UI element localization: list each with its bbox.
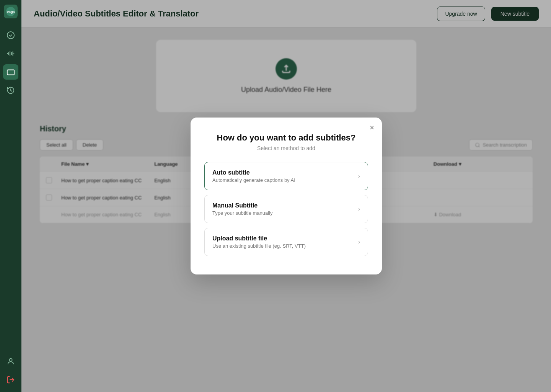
user-icon[interactable]: [3, 354, 18, 369]
app-logo[interactable]: Vaga: [4, 5, 18, 18]
chevron-right-icon: ›: [358, 238, 360, 245]
chevron-right-icon: ›: [358, 206, 360, 212]
cc-icon[interactable]: [3, 64, 18, 80]
manual-subtitle-title: Manual Subtitle: [212, 202, 273, 209]
sidebar-bottom: [3, 354, 18, 387]
sidebar: Vaga: [0, 0, 21, 392]
auto-subtitle-desc: Automatically generate captions by AI: [212, 177, 295, 183]
upload-subtitle-text: Upload subtitle file Use an existing sub…: [212, 235, 306, 249]
modal-overlay: × How do you want to add subtitles? Sele…: [21, 0, 551, 392]
upload-subtitle-option[interactable]: Upload subtitle file Use an existing sub…: [204, 228, 368, 256]
svg-rect-3: [7, 70, 14, 75]
auto-subtitle-text: Auto subtitle Automatically generate cap…: [212, 169, 295, 183]
svg-point-4: [9, 359, 12, 361]
history-icon[interactable]: [3, 83, 18, 98]
manual-subtitle-desc: Type your subtitle manually: [212, 210, 273, 216]
svg-text:Vaga: Vaga: [7, 10, 15, 14]
auto-subtitle-option[interactable]: Auto subtitle Automatically generate cap…: [204, 162, 368, 190]
auto-subtitle-title: Auto subtitle: [212, 169, 295, 176]
svg-point-2: [7, 32, 14, 39]
modal-title: How do you want to add subtitles?: [204, 133, 368, 143]
logout-icon[interactable]: [3, 372, 18, 387]
main-area: Audio/Video Subtitles Editor & Translato…: [21, 0, 551, 392]
subtitle-method-modal: × How do you want to add subtitles? Sele…: [191, 118, 382, 274]
modal-close-button[interactable]: ×: [370, 124, 374, 131]
chevron-right-icon: ›: [358, 173, 360, 180]
edit-icon[interactable]: [3, 28, 18, 43]
manual-subtitle-text: Manual Subtitle Type your subtitle manua…: [212, 202, 273, 216]
modal-subtitle-text: Select an method to add: [204, 145, 368, 151]
upload-subtitle-title: Upload subtitle file: [212, 235, 306, 242]
waveform-icon[interactable]: [3, 46, 18, 61]
manual-subtitle-option[interactable]: Manual Subtitle Type your subtitle manua…: [204, 195, 368, 223]
upload-subtitle-desc: Use an existing subtitle file (eg. SRT, …: [212, 243, 306, 249]
